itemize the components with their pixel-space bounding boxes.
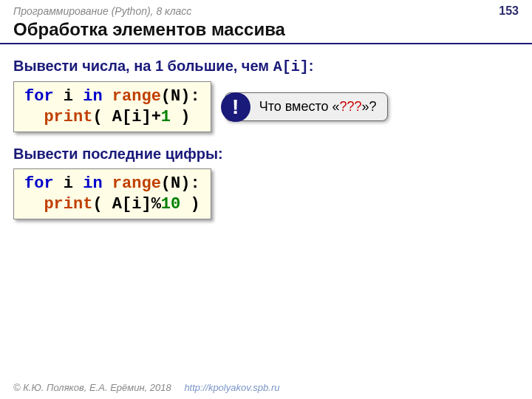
slide-footer: © К.Ю. Поляков, Е.А. Ерёмин, 2018 http:/… <box>13 382 279 393</box>
footer-copyright: © К.Ю. Поляков, Е.А. Ерёмин, 2018 <box>13 382 171 393</box>
slide-title: Обработка элементов массива <box>0 19 532 44</box>
callout-qmarks: ??? <box>340 99 362 114</box>
callout-post: »? <box>362 99 377 114</box>
footer-url: http://kpolyakov.spb.ru <box>184 382 279 393</box>
prompt1-post: : <box>309 58 314 74</box>
section1-row: for i in range(N): print( A[i]+1 ) ! Что… <box>13 81 519 132</box>
callout-box: ! Что вместо «???»? <box>225 92 388 121</box>
slide-header: Программирование (Python), 8 класс 153 <box>0 0 532 19</box>
section1-prompt: Вывести числа, на 1 большие, чем A[i]: <box>13 58 519 75</box>
prompt1-code: A[i] <box>273 58 309 75</box>
callout-pre: Что вместо « <box>259 99 340 114</box>
code-block-2: for i in range(N): print( A[i]%10 ) <box>13 168 211 219</box>
prompt1-pre: Вывести числа, на 1 большие, чем <box>13 58 273 74</box>
course-name: Программирование (Python), 8 класс <box>13 5 191 17</box>
code-block-1: for i in range(N): print( A[i]+1 ) <box>13 81 211 132</box>
page-number: 153 <box>499 4 519 18</box>
exclamation-icon: ! <box>221 92 250 122</box>
slide-content: Вывести числа, на 1 большие, чем A[i]: f… <box>0 44 532 228</box>
section2-prompt: Вывести последние цифры: <box>13 146 519 163</box>
